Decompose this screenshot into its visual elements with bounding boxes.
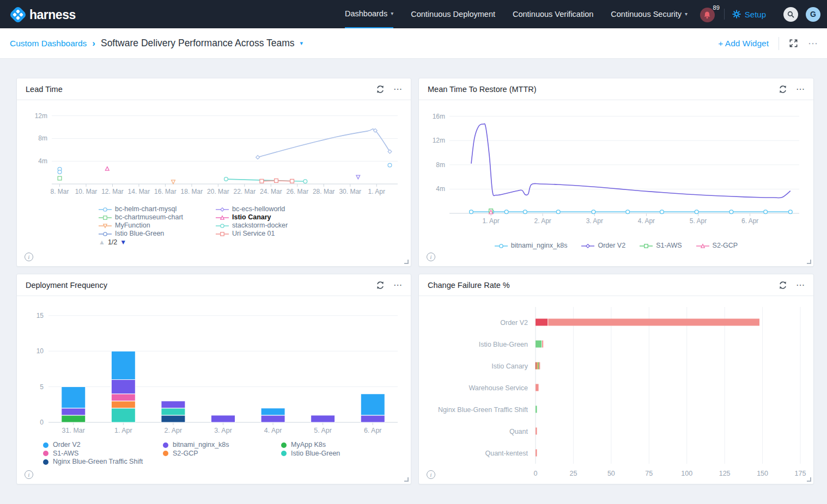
legend-item[interactable]: S1-AWS [43, 450, 163, 458]
legend-item[interactable]: Uri Service 01 [216, 230, 333, 236]
widget-header: Mean Time To Restore (MTTR) ⋯ [419, 78, 813, 100]
svg-text:26. Mar: 26. Mar [286, 188, 308, 195]
legend-dot-icon [43, 451, 48, 456]
brand-name: harness [29, 8, 76, 22]
legend-page-up-icon[interactable]: ▲ [99, 238, 105, 246]
svg-text:4m: 4m [436, 185, 445, 193]
setup-button[interactable]: Setup [732, 10, 766, 19]
svg-text:5. Apr: 5. Apr [314, 427, 332, 434]
breadcrumb-bar: Custom Dashboards › Software Delivery Pe… [0, 28, 827, 59]
dashboard-title-caret-icon[interactable]: ▾ [300, 40, 303, 47]
svg-text:3. Apr: 3. Apr [214, 427, 232, 434]
resize-handle[interactable] [404, 477, 409, 482]
chevron-down-icon: ▾ [685, 0, 688, 28]
page-more-options-button[interactable]: ⋯ [808, 38, 818, 50]
legend-item[interactable]: MyFunction [99, 222, 216, 230]
legend-dot-icon [281, 442, 287, 448]
info-icon[interactable]: i [427, 470, 435, 479]
breadcrumb-parent-link[interactable]: Custom Dashboards [10, 39, 87, 48]
refresh-icon[interactable] [376, 281, 385, 290]
widget-more-options-icon[interactable]: ⋯ [796, 87, 805, 92]
notifications-button[interactable]: 89 [700, 6, 716, 22]
svg-text:1. Apr: 1. Apr [368, 188, 385, 195]
nav-item-label: Continuous Deployment [411, 0, 495, 28]
legend-item[interactable]: Istio Blue-Green [99, 230, 216, 236]
harness-logo[interactable]: harness [9, 5, 76, 24]
svg-text:Quant-kentest: Quant-kentest [485, 450, 528, 457]
refresh-icon[interactable] [779, 85, 787, 94]
legend-marker-icon [99, 215, 112, 220]
legend-label: Istio Canary [232, 213, 271, 222]
breadcrumb-divider [779, 37, 779, 50]
legend-marker-icon [99, 223, 112, 229]
nav-divider [724, 9, 725, 20]
svg-text:8. Mar: 8. Mar [51, 188, 69, 195]
info-icon[interactable]: i [427, 253, 435, 261]
svg-text:28. Mar: 28. Mar [313, 188, 335, 195]
widget-more-options-icon[interactable]: ⋯ [796, 282, 805, 288]
svg-text:0: 0 [40, 419, 44, 426]
gear-icon [732, 10, 741, 19]
svg-text:0: 0 [534, 470, 538, 477]
svg-text:Warehouse Service: Warehouse Service [469, 384, 528, 392]
info-icon[interactable]: i [25, 470, 33, 479]
legend-item[interactable]: bc-helm-chart-mysql [99, 205, 216, 213]
search-button[interactable] [783, 7, 798, 22]
svg-text:75: 75 [645, 470, 653, 477]
legend-item[interactable]: bitnami_nginx_k8s [495, 242, 568, 250]
info-icon[interactable]: i [25, 253, 33, 261]
legend-label: MyFunction [115, 222, 150, 230]
legend-item[interactable]: S2-GCP [163, 450, 281, 458]
legend-dot-icon [163, 451, 168, 456]
widget-change-failure-rate: Change Failure Rate % ⋯ 0255075100125150… [418, 274, 814, 484]
svg-text:6. Apr: 6. Apr [364, 427, 382, 434]
svg-text:4. Apr: 4. Apr [638, 217, 655, 225]
legend-dot-icon [281, 451, 287, 456]
legend-item[interactable]: Order V2 [581, 242, 625, 250]
avatar[interactable]: G [806, 7, 820, 22]
add-widget-button[interactable]: + Add Widget [718, 39, 769, 48]
legend-item[interactable]: Order V2 [43, 441, 163, 450]
widget-more-options-icon[interactable]: ⋯ [393, 282, 402, 288]
svg-text:Istio Canary: Istio Canary [491, 362, 528, 370]
legend-item[interactable]: MyApp K8s [281, 441, 340, 450]
resize-handle[interactable] [807, 477, 811, 482]
svg-text:125: 125 [719, 470, 731, 477]
legend-label: S2-GCP [173, 450, 198, 458]
legend-label: MyApp K8s [291, 441, 326, 450]
nav-item-continuous-verification[interactable]: Continuous Verification [513, 0, 593, 28]
legend-item[interactable]: Istio Blue-Green [281, 450, 340, 458]
refresh-icon[interactable] [376, 85, 385, 94]
legend-item[interactable]: S1-AWS [640, 242, 682, 250]
legend-item[interactable]: Nginx Blue-Green Traffic Shift [43, 458, 163, 466]
nav-item-dashboards[interactable]: Dashboards ▾ [345, 0, 393, 28]
legend-item[interactable]: stackstorm-docker [216, 222, 333, 230]
svg-text:150: 150 [757, 470, 768, 477]
fullscreen-button[interactable] [789, 39, 798, 48]
nav-item-continuous-deployment[interactable]: Continuous Deployment [411, 0, 495, 28]
deployment-frequency-chart: 05101531. Mar1. Apr2. Apr3. Apr4. Apr5. … [17, 296, 412, 442]
legend-item[interactable]: S2-GCP [696, 242, 738, 250]
resize-handle[interactable] [807, 260, 811, 264]
refresh-icon[interactable] [779, 281, 787, 290]
nav-item-continuous-security[interactable]: Continuous Security ▾ [611, 0, 688, 28]
svg-text:1. Apr: 1. Apr [114, 427, 132, 434]
legend-label: Nginx Blue-Green Traffic Shift [53, 458, 143, 466]
legend-item[interactable]: bc-chartmuseum-chart [99, 213, 216, 222]
legend-dot-icon [163, 442, 168, 448]
lead-time-legend: bc-helm-chart-mysqlbc-chartmuseum-chartM… [99, 205, 333, 236]
svg-text:Order V2: Order V2 [500, 319, 528, 327]
legend-page-down-icon[interactable]: ▼ [120, 238, 126, 246]
harness-logo-icon [9, 5, 27, 24]
resize-handle[interactable] [404, 260, 409, 264]
legend-item[interactable]: bitnami_nginx_k8s [163, 441, 281, 450]
svg-text:24. Mar: 24. Mar [260, 188, 282, 195]
widget-more-options-icon[interactable]: ⋯ [393, 87, 402, 92]
legend-label: Istio Blue-Green [115, 230, 164, 236]
legend-item[interactable]: bc-ecs-helloworld [216, 205, 333, 213]
legend-dot-icon [43, 459, 48, 465]
svg-text:Nginx Blue-Green Traffic Shift: Nginx Blue-Green Traffic Shift [438, 406, 528, 414]
top-nav: harness Dashboards ▾ Continuous Deployme… [0, 0, 827, 28]
legend-item[interactable]: Istio Canary [216, 213, 333, 222]
svg-text:8m: 8m [38, 134, 47, 142]
